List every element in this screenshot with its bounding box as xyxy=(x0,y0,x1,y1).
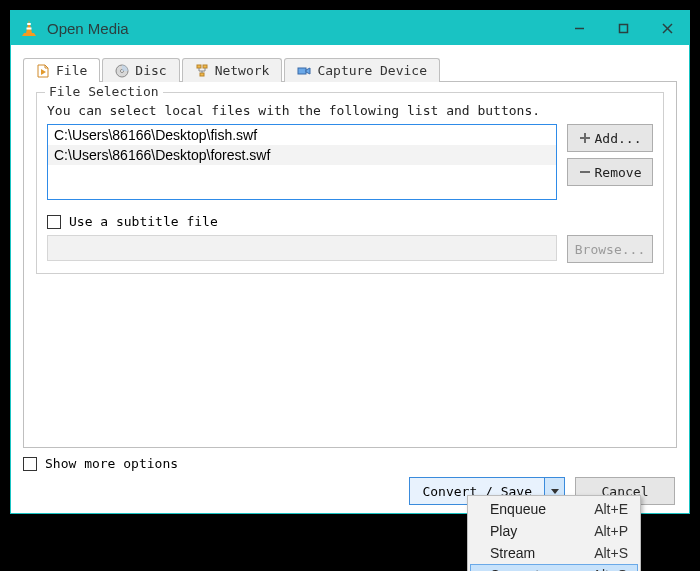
browse-button-label: Browse... xyxy=(575,242,645,257)
svg-rect-9 xyxy=(197,65,201,68)
menu-item-label: Enqueue xyxy=(490,501,594,517)
maximize-button[interactable] xyxy=(601,11,645,45)
close-button[interactable] xyxy=(645,11,689,45)
show-more-checkbox[interactable] xyxy=(23,457,37,471)
add-button[interactable]: Add... xyxy=(567,124,653,152)
tab-network[interactable]: Network xyxy=(182,58,283,82)
disc-icon xyxy=(115,64,129,78)
menu-item-stream[interactable]: Stream Alt+S xyxy=(470,542,638,564)
file-row[interactable]: C:\Users\86166\Desktop\forest.swf xyxy=(48,145,556,165)
convert-save-dropdown-menu: Enqueue Alt+E Play Alt+P Stream Alt+S Co… xyxy=(467,495,641,571)
browse-button: Browse... xyxy=(567,235,653,263)
client-area: File Disc Network xyxy=(11,45,689,513)
menu-item-convert[interactable]: Convert Alt+O xyxy=(470,564,638,571)
svg-rect-11 xyxy=(200,73,204,76)
minimize-button[interactable] xyxy=(557,11,601,45)
tab-capture[interactable]: Capture Device xyxy=(284,58,440,82)
tab-capture-label: Capture Device xyxy=(317,63,427,78)
file-selection-hint: You can select local files with the foll… xyxy=(47,103,653,118)
menu-item-shortcut: Alt+O xyxy=(593,567,628,571)
chevron-down-icon xyxy=(551,489,559,494)
remove-button[interactable]: Remove xyxy=(567,158,653,186)
subtitle-checkbox-label: Use a subtitle file xyxy=(69,214,218,229)
minus-icon xyxy=(579,166,591,178)
menu-item-enqueue[interactable]: Enqueue Alt+E xyxy=(470,498,638,520)
menu-item-shortcut: Alt+E xyxy=(594,501,628,517)
tab-network-label: Network xyxy=(215,63,270,78)
file-selection-legend: File Selection xyxy=(45,84,163,99)
menu-item-label: Play xyxy=(490,523,594,539)
remove-button-label: Remove xyxy=(595,165,642,180)
file-list[interactable]: C:\Users\86166\Desktop\fish.swf C:\Users… xyxy=(47,124,557,200)
tab-file[interactable]: File xyxy=(23,58,100,82)
svg-marker-13 xyxy=(306,68,310,74)
tab-disc-label: Disc xyxy=(135,63,166,78)
tab-pane: File Selection You can select local file… xyxy=(23,81,677,448)
menu-item-shortcut: Alt+S xyxy=(594,545,628,561)
vlc-cone-icon xyxy=(19,18,39,38)
show-more-label: Show more options xyxy=(45,456,178,471)
window-title: Open Media xyxy=(47,20,129,37)
menu-item-label: Stream xyxy=(490,545,594,561)
titlebar: Open Media xyxy=(11,11,689,45)
open-media-window: Open Media File xyxy=(10,10,690,514)
subtitle-checkbox-row: Use a subtitle file xyxy=(47,214,653,229)
tab-disc[interactable]: Disc xyxy=(102,58,179,82)
network-icon xyxy=(195,64,209,78)
menu-item-play[interactable]: Play Alt+P xyxy=(470,520,638,542)
subtitle-checkbox[interactable] xyxy=(47,215,61,229)
capture-icon xyxy=(297,64,311,78)
svg-rect-1 xyxy=(27,28,32,30)
file-row[interactable]: C:\Users\86166\Desktop\fish.swf xyxy=(48,125,556,145)
svg-rect-12 xyxy=(298,68,306,74)
file-selection-group: File Selection You can select local file… xyxy=(36,92,664,274)
svg-rect-3 xyxy=(619,24,627,32)
subtitle-path-input xyxy=(47,235,557,261)
add-button-label: Add... xyxy=(595,131,642,146)
menu-item-shortcut: Alt+P xyxy=(594,523,628,539)
tab-row: File Disc Network xyxy=(23,55,677,81)
plus-icon xyxy=(579,132,591,144)
show-more-row: Show more options xyxy=(23,456,677,471)
svg-rect-10 xyxy=(203,65,207,68)
svg-rect-0 xyxy=(27,23,31,25)
file-buttons: Add... Remove xyxy=(567,124,653,200)
menu-item-label: Convert xyxy=(490,567,593,571)
file-icon xyxy=(36,64,50,78)
tab-file-label: File xyxy=(56,63,87,78)
